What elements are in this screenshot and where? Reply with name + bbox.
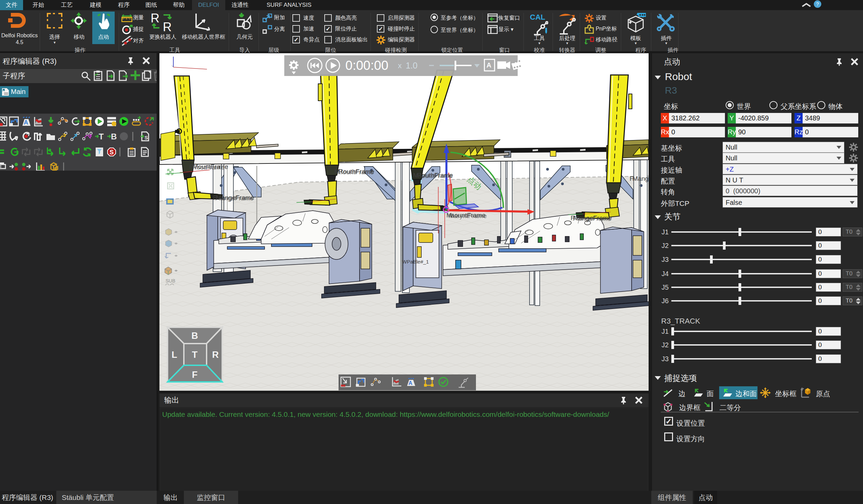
- svg-text:0:00:00: 0:00:00: [345, 58, 388, 73]
- svg-text:L: L: [172, 350, 177, 360]
- svg-text:A: A: [486, 61, 491, 69]
- svg-text:MountFrame: MountFrame: [337, 168, 374, 176]
- svg-text:R: R: [151, 12, 160, 25]
- svg-text:S: S: [110, 149, 114, 156]
- svg-text:RootFrame: RootFrame: [192, 164, 224, 171]
- svg-text:x: x: [398, 61, 402, 70]
- svg-text:FlangeFrame: FlangeFrame: [573, 215, 611, 222]
- svg-text:1.0: 1.0: [406, 61, 417, 70]
- svg-text:T: T: [192, 350, 198, 360]
- svg-text:FMangeFr: FMangeFr: [629, 175, 649, 182]
- svg-text:B: B: [111, 132, 117, 141]
- svg-text:A: A: [409, 380, 413, 386]
- svg-text:S: S: [145, 135, 148, 140]
- svg-text:R: R: [163, 20, 172, 32]
- svg-text:MountFrame: MountFrame: [416, 172, 452, 179]
- svg-text:T: T: [99, 132, 104, 141]
- svg-text:SUB: SUB: [165, 278, 175, 284]
- svg-text:FlangeFrame: FlangeFrame: [215, 195, 253, 202]
- svg-text:A: A: [24, 119, 28, 126]
- svg-text:F: F: [192, 370, 198, 380]
- svg-text:MaryntFrame: MaryntFrame: [449, 212, 487, 219]
- svg-text:R: R: [212, 350, 219, 360]
- svg-text:WPaBle#_1: WPaBle#_1: [402, 259, 429, 265]
- svg-text:B: B: [191, 331, 198, 341]
